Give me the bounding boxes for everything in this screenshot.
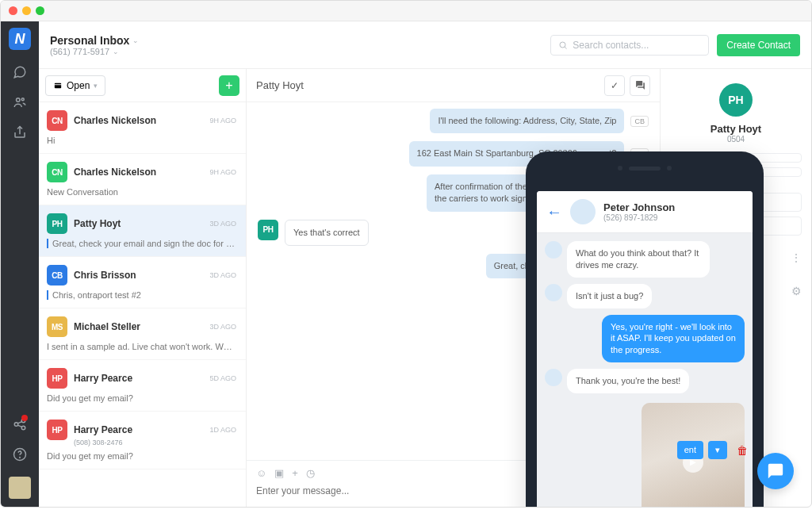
inbox-item[interactable]: HP Harry Pearce 5D AGO Did you get my em…	[39, 360, 246, 412]
message-row: I'll need the following: Address, City, …	[258, 109, 649, 133]
item-preview: Did you get my email?	[47, 393, 236, 403]
notification-badge	[21, 415, 28, 421]
thread-title: Patty Hoyt	[256, 79, 304, 91]
attachment-icon[interactable]: ▣	[274, 467, 284, 479]
intercom-launcher[interactable]	[757, 453, 794, 489]
item-preview: Chris, ontraport test #2	[47, 290, 236, 300]
contacts-icon[interactable]	[12, 94, 28, 110]
phone-message-bubble: Isn't it just a bug?	[567, 284, 652, 308]
svg-point-0	[17, 98, 21, 102]
window-titlebar	[1, 1, 811, 21]
header: Personal Inbox ⌄ (561) 771-5917 ⌄ Search…	[39, 21, 811, 69]
item-name: Harry Pearce	[74, 424, 203, 435]
item-avatar: CN	[47, 162, 67, 182]
item-avatar: HP	[47, 368, 67, 389]
item-time: 3D AGO	[209, 271, 236, 279]
back-icon[interactable]: ←	[546, 203, 562, 221]
inbox-item[interactable]: HP Harry Pearce 1D AGO (508) 308-2476 Di…	[39, 412, 246, 469]
inbox-pane: Open ▾ + CN Charles Nickelson 9H AGO Hi …	[39, 69, 247, 507]
window-maximize-icon[interactable]	[36, 6, 44, 15]
item-time: 3D AGO	[209, 323, 236, 331]
help-icon[interactable]	[12, 446, 28, 462]
svg-point-3	[14, 423, 18, 427]
search-input[interactable]: Search contacts...	[550, 35, 709, 56]
item-name: Charles Nickelson	[74, 115, 203, 126]
item-avatar: CB	[47, 265, 67, 285]
item-name: Patty Hoyt	[74, 218, 203, 229]
dropdown-caret-button[interactable]: ▾	[708, 441, 727, 459]
phone-message-row: Isn't it just a bug?	[545, 284, 745, 308]
trash-icon[interactable]: 🗑	[737, 444, 748, 457]
item-preview: Hi	[47, 136, 236, 145]
gear-icon[interactable]: ⚙	[791, 285, 802, 297]
item-preview: Did you get my email?	[47, 451, 236, 461]
filter-open-button[interactable]: Open ▾	[45, 75, 105, 96]
sender-tag: CB	[630, 116, 649, 127]
chevron-down-icon[interactable]: ⌄	[113, 48, 119, 56]
search-placeholder: Search contacts...	[573, 40, 649, 51]
phone-message-bubble: Thank you, you're the best!	[567, 369, 689, 393]
nav-rail: N	[1, 21, 39, 507]
item-time: 9H AGO	[209, 117, 236, 125]
item-name: Charles Nickelson	[74, 167, 203, 178]
item-avatar: CN	[47, 110, 67, 131]
item-time: 3D AGO	[209, 220, 236, 228]
more-icon[interactable]: ⋮	[791, 251, 802, 264]
svg-line-7	[17, 425, 21, 427]
item-time: 1D AGO	[209, 426, 236, 434]
message-bubble: I'll need the following: Address, City, …	[430, 109, 624, 133]
contact-avatar: PH	[719, 83, 753, 117]
item-name: Chris Brisson	[74, 270, 203, 281]
phone-message-row: Thank you, you're the best!	[545, 369, 745, 393]
svg-point-9	[20, 457, 21, 458]
phone-sender-avatar	[545, 284, 562, 301]
inbox-item[interactable]: MS Michael Steller 3D AGO I sent in a sa…	[39, 308, 246, 360]
app-window: N Personal I	[0, 0, 812, 508]
item-avatar: HP	[47, 420, 67, 440]
app-logo[interactable]: N	[9, 28, 31, 50]
chevron-down-icon[interactable]: ⌄	[132, 36, 139, 44]
svg-point-5	[21, 426, 25, 430]
inbox-item[interactable]: CN Charles Nickelson 9H AGO New Conversa…	[39, 154, 246, 205]
item-name: Michael Steller	[74, 321, 203, 332]
contact-phone-short: 0504	[670, 135, 802, 144]
inbox-title[interactable]: Personal Inbox	[50, 34, 129, 47]
phone-contact-phone: (526) 897-1829	[603, 213, 675, 222]
emoji-icon[interactable]: ☺	[256, 467, 266, 479]
item-avatar: PH	[47, 213, 67, 234]
compose-button[interactable]: +	[219, 75, 239, 96]
svg-point-10	[560, 42, 565, 48]
phone-message-bubble: What do you think about that? It drives …	[567, 241, 710, 278]
add-icon[interactable]: +	[292, 467, 298, 479]
notifications-icon[interactable]	[12, 416, 28, 432]
phone-sender-avatar	[545, 369, 562, 386]
item-time: 5D AGO	[209, 374, 236, 382]
inbox-phone: (561) 771-5917	[50, 47, 109, 56]
message-bubble: Yes that's correct	[285, 220, 369, 246]
dropdown-button[interactable]: ent	[677, 441, 703, 459]
phone-contact-avatar	[570, 199, 596, 224]
inbox-item[interactable]: PH Patty Hoyt 3D AGO Great, check your e…	[39, 205, 246, 257]
item-avatar: MS	[47, 316, 67, 337]
inbox-item[interactable]: CB Chris Brisson 3D AGO Chris, ontraport…	[39, 257, 246, 308]
item-preview: Great, check your email and sign the doc…	[47, 239, 236, 248]
window-close-icon[interactable]	[9, 6, 17, 15]
svg-point-1	[21, 98, 24, 101]
inbox-item[interactable]: CN Charles Nickelson 9H AGO Hi	[39, 102, 246, 154]
thread-chat-icon[interactable]	[630, 75, 650, 96]
clock-icon[interactable]: ◷	[306, 467, 315, 479]
phone-sender-avatar	[545, 241, 562, 259]
window-minimize-icon[interactable]	[22, 6, 31, 15]
create-contact-button[interactable]: Create Contact	[717, 34, 800, 56]
item-name: Harry Pearce	[74, 373, 203, 384]
details-dropdown: ent ▾ 🗑	[677, 441, 748, 459]
phone-contact-name: Peter Johnson	[603, 201, 675, 213]
mark-done-button[interactable]: ✓	[604, 75, 625, 96]
svg-line-11	[565, 47, 567, 48]
share-icon[interactable]	[12, 125, 28, 140]
user-avatar[interactable]	[9, 477, 31, 499]
phone-message-bubble: Yes, you're right - we'll look into it A…	[602, 315, 745, 363]
item-preview: New Conversation	[47, 187, 236, 197]
messages-icon[interactable]	[12, 64, 28, 80]
phone-message-row: What do you think about that? It drives …	[545, 241, 745, 278]
